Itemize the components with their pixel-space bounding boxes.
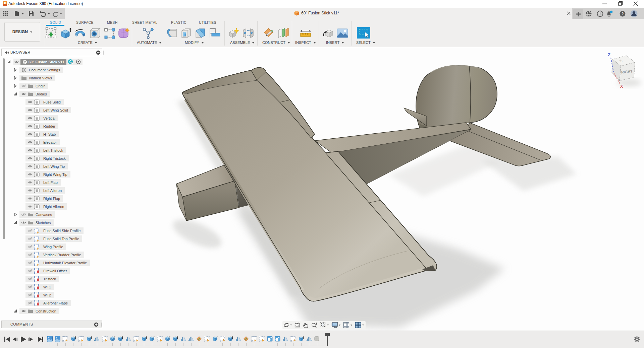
svg-text:Z: Z (608, 52, 610, 57)
svg-text:?: ? (622, 12, 624, 16)
svg-text:F: F (4, 2, 6, 5)
svg-text:C: C (69, 60, 71, 64)
svg-text:X: X (620, 84, 623, 89)
